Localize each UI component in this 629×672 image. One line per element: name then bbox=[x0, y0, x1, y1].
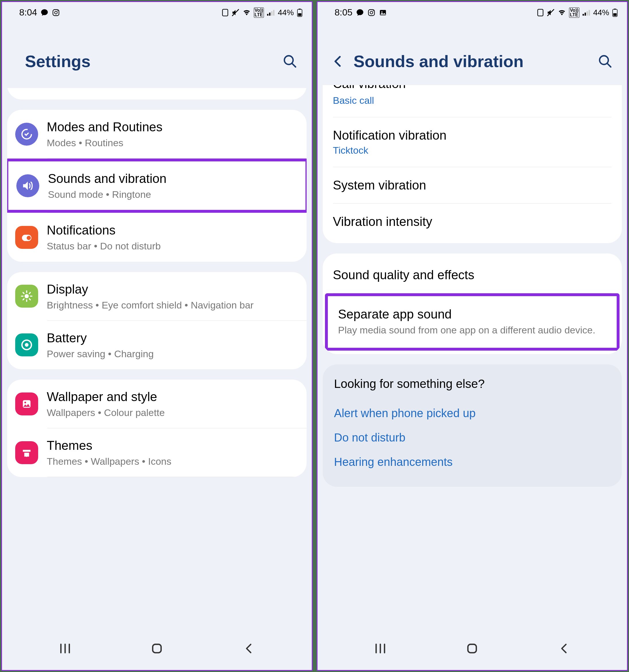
settings-card: Modes and Routines Modes • Routines Soun… bbox=[7, 110, 307, 262]
sound-icon bbox=[16, 174, 39, 197]
row-title: Display bbox=[47, 281, 300, 297]
sounds-card: Sound quality and effects Separate app s… bbox=[323, 254, 622, 354]
settings-row-themes[interactable]: Themes Themes • Wallpapers • Icons bbox=[7, 428, 307, 477]
themes-icon bbox=[15, 441, 38, 464]
row-sub: Basic call bbox=[333, 95, 612, 106]
header-left: Sounds and vibration bbox=[332, 52, 524, 71]
highlight-separate-app: Separate app sound Play media sound from… bbox=[325, 293, 620, 351]
row-title: Modes and Routines bbox=[47, 119, 300, 135]
svg-rect-33 bbox=[153, 644, 161, 652]
row-notification-vibration[interactable]: Notification vibration Ticktock bbox=[323, 117, 622, 167]
search-button[interactable] bbox=[598, 54, 613, 69]
row-text: Sounds and vibration Sound mode • Ringto… bbox=[48, 171, 299, 201]
status-left: 8:05 bbox=[335, 7, 387, 18]
row-text: Notifications Status bar • Do not distur… bbox=[47, 222, 300, 252]
nav-back[interactable] bbox=[553, 641, 575, 656]
settings-row-battery[interactable]: Battery Power saving • Charging bbox=[7, 321, 307, 369]
svg-rect-5 bbox=[267, 14, 269, 16]
phone-right: 8:05 Vo))LTE 44% Sounds and vibration bbox=[317, 1, 628, 671]
search-button[interactable] bbox=[282, 54, 298, 69]
row-sub: Status bar • Do not disturb bbox=[47, 240, 300, 252]
svg-rect-44 bbox=[588, 10, 590, 16]
row-sub: Themes • Wallpapers • Icons bbox=[47, 455, 300, 467]
svg-point-35 bbox=[370, 11, 373, 14]
row-call-vibration[interactable]: Basic call bbox=[323, 95, 622, 117]
status-time: 8:04 bbox=[19, 7, 37, 18]
status-right: Vo))LTE 44% bbox=[537, 7, 618, 18]
row-title: Battery bbox=[47, 330, 300, 346]
settings-row-sounds[interactable]: Sounds and vibration Sound mode • Ringto… bbox=[8, 161, 305, 210]
looking-link-hearing[interactable]: Hearing enhancements bbox=[334, 450, 611, 474]
card-icon bbox=[222, 8, 229, 17]
volte-icon: Vo))LTE bbox=[569, 7, 579, 18]
status-bar: 8:04 Vo))LTE 44% bbox=[2, 2, 312, 20]
settings-row-modes[interactable]: Modes and Routines Modes • Routines bbox=[7, 110, 307, 158]
page-title: Settings bbox=[25, 52, 91, 71]
row-text: Modes and Routines Modes • Routines bbox=[47, 119, 300, 149]
looking-card: Looking for something else? Alert when p… bbox=[323, 364, 622, 487]
row-sub: Brightness • Eye comfort shield • Naviga… bbox=[47, 299, 300, 311]
wifi-icon bbox=[242, 9, 251, 16]
row-title: Wallpaper and style bbox=[47, 389, 300, 405]
chat-icon bbox=[356, 8, 364, 17]
nav-home[interactable] bbox=[145, 641, 168, 656]
display-icon bbox=[15, 285, 38, 308]
header: Settings bbox=[2, 20, 312, 88]
battery-icon bbox=[297, 8, 303, 17]
signal-icon bbox=[267, 9, 275, 16]
status-left: 8:04 bbox=[19, 7, 60, 18]
status-bar: 8:05 Vo))LTE 44% bbox=[318, 2, 627, 20]
row-sound-quality[interactable]: Sound quality and effects bbox=[323, 257, 622, 293]
row-title: Notification vibration bbox=[333, 128, 612, 143]
row-system-vibration[interactable]: System vibration bbox=[323, 167, 622, 203]
svg-rect-41 bbox=[583, 14, 584, 16]
settings-row-notifications[interactable]: Notifications Status bar • Do not distur… bbox=[7, 213, 307, 261]
chat-icon bbox=[41, 8, 48, 17]
content: Modes and Routines Modes • Routines Soun… bbox=[2, 88, 312, 630]
wifi-icon bbox=[558, 9, 566, 16]
settings-card-partial bbox=[7, 88, 307, 99]
nav-home[interactable] bbox=[461, 641, 484, 656]
sounds-card: Call vibration Basic call Notification v… bbox=[323, 85, 622, 243]
svg-point-17 bbox=[25, 294, 29, 298]
nav-bar bbox=[2, 630, 312, 670]
row-title: Vibration intensity bbox=[333, 214, 612, 229]
svg-point-29 bbox=[24, 402, 26, 403]
settings-row-display[interactable]: Display Brightness • Eye comfort shield … bbox=[7, 272, 307, 320]
divider bbox=[47, 477, 307, 477]
battery-text: 44% bbox=[593, 8, 609, 17]
nav-bar bbox=[318, 630, 627, 670]
row-title: Sound quality and effects bbox=[333, 268, 612, 282]
settings-row-wallpaper[interactable]: Wallpaper and style Wallpapers • Colour … bbox=[7, 380, 307, 428]
row-text: Wallpaper and style Wallpapers • Colour … bbox=[47, 389, 300, 419]
svg-rect-3 bbox=[222, 9, 228, 16]
mute-icon bbox=[231, 8, 239, 17]
row-text: Display Brightness • Eye comfort shield … bbox=[47, 281, 300, 311]
row-sub: Modes • Routines bbox=[47, 137, 300, 149]
phone-left: 8:04 Vo))LTE 44% Settings bbox=[1, 1, 312, 671]
svg-line-24 bbox=[23, 299, 24, 300]
volte-icon: Vo))LTE bbox=[254, 7, 264, 18]
svg-point-2 bbox=[57, 10, 58, 11]
looking-link-alert[interactable]: Alert when phone picked up bbox=[334, 401, 611, 426]
nav-recents[interactable] bbox=[54, 641, 76, 656]
battery-text: 44% bbox=[278, 8, 294, 17]
row-text: Battery Power saving • Charging bbox=[47, 330, 300, 360]
svg-point-1 bbox=[55, 11, 57, 14]
looking-link-dnd[interactable]: Do not disturb bbox=[334, 426, 611, 450]
page-title: Sounds and vibration bbox=[354, 52, 524, 71]
status-right: Vo))LTE 44% bbox=[222, 7, 303, 18]
looking-title: Looking for something else? bbox=[334, 377, 611, 391]
svg-rect-8 bbox=[273, 10, 275, 16]
back-button[interactable] bbox=[332, 54, 343, 68]
row-separate-app-sound[interactable]: Separate app sound Play media sound from… bbox=[328, 296, 617, 348]
row-vibration-intensity[interactable]: Vibration intensity bbox=[323, 203, 622, 240]
routines-icon bbox=[15, 123, 38, 146]
svg-rect-11 bbox=[298, 13, 301, 16]
svg-rect-6 bbox=[269, 13, 271, 16]
svg-line-13 bbox=[292, 63, 296, 67]
nav-back[interactable] bbox=[237, 641, 260, 656]
svg-point-16 bbox=[27, 236, 31, 240]
nav-recents[interactable] bbox=[369, 641, 392, 656]
row-sub: Play media sound from one app on a diffe… bbox=[338, 324, 607, 337]
